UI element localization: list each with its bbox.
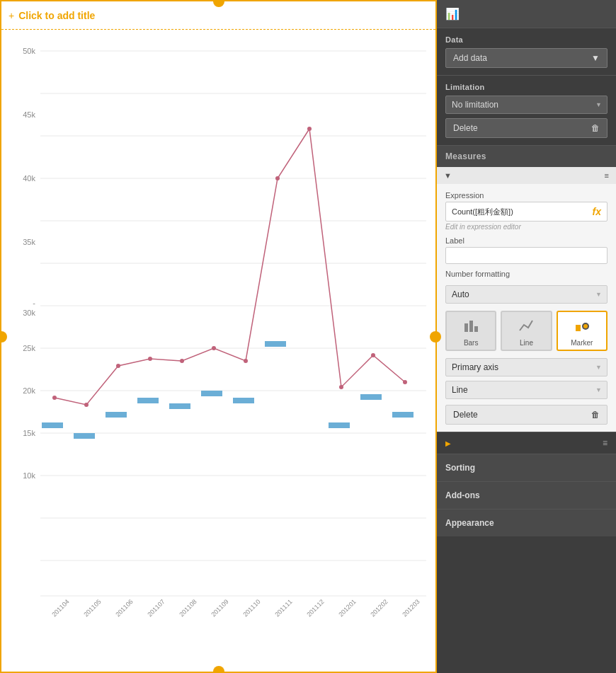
sorting-label: Sorting [445,463,475,473]
svg-text:45k: 45k [23,110,35,119]
svg-text:201108: 201108 [178,598,198,618]
second-collapse-bar[interactable]: ▶ ≡ [437,432,616,454]
delete-button-measure[interactable]: Delete 🗑 [445,405,608,425]
line-icon [518,318,534,337]
svg-rect-59 [464,323,468,332]
svg-point-49 [116,364,120,368]
delete-measure-label: Delete [453,410,478,420]
panel-header: 📊 [437,0,616,28]
marker-icon [574,318,590,337]
svg-text:15k: 15k [23,429,35,437]
measures-menu-icon: ≡ [605,171,609,180]
bars-icon [463,318,479,337]
add-data-label: Add data [453,53,487,63]
chart-container: + Click to add title 50k 45k 40k 35k - [0,0,437,673]
line-type-wrapper: Line [445,381,608,399]
chart-title[interactable]: Click to add title [18,10,95,21]
chart-type-bars-button[interactable]: Bars [445,311,496,351]
svg-text:50k: 50k [23,47,35,55]
measures-collapse-icon: ▼ [444,171,452,180]
bars-label: Bars [464,339,479,347]
chart-title-bar[interactable]: + Click to add title [1,1,435,30]
number-formatting-select[interactable]: Auto [445,285,608,304]
chart-type-line-button[interactable]: Line [501,311,552,351]
svg-text:201202: 201202 [369,598,389,618]
add-title-icon: + [8,10,14,21]
svg-rect-43 [265,341,286,347]
svg-point-51 [180,359,184,363]
limitation-select[interactable]: No limitation [445,96,608,114]
svg-rect-62 [576,325,581,331]
svg-text:35k: 35k [23,238,35,246]
data-section-label: Data [445,35,608,44]
expression-value: Count([粗利金額]) [452,207,513,217]
label-field-label: Label [445,236,608,245]
svg-rect-36 [42,422,63,428]
delete-button-data[interactable]: Delete 🗑 [445,118,608,138]
svg-text:201107: 201107 [146,598,166,618]
measures-header: Measures [437,146,616,167]
svg-text:25k: 25k [23,344,35,352]
primary-axis-select[interactable]: Primary axis [445,358,608,376]
delete-measure-icon: 🗑 [591,410,600,420]
svg-text:40k: 40k [23,174,35,183]
svg-point-50 [148,357,152,361]
svg-rect-42 [233,398,254,403]
svg-point-58 [403,380,407,384]
svg-rect-41 [201,391,222,396]
line-label: Line [520,339,533,347]
second-collapse-icon: ▶ [445,439,451,447]
svg-rect-40 [169,403,190,409]
svg-text:201104: 201104 [50,598,70,618]
line-type-select[interactable]: Line [445,381,608,399]
sorting-section[interactable]: Sorting [437,454,616,481]
measures-sub-header[interactable]: ▼ ≡ [437,167,616,184]
svg-point-64 [583,324,588,328]
label-input[interactable] [445,247,608,264]
svg-text:201106: 201106 [114,598,134,618]
right-panel: 📊 Data Add data ▼ Limitation No limitati… [437,0,616,673]
svg-text:-: - [33,299,35,307]
svg-text:20k: 20k [23,386,35,395]
measures-content: Expression Count([粗利金額]) fx Edit in expr… [437,184,616,432]
expression-label: Expression [445,191,608,200]
chart-type-row: Bars Line Marker [445,311,608,351]
svg-point-57 [371,353,375,357]
svg-rect-61 [474,326,478,332]
limitation-section: Limitation No limitation Delete 🗑 [437,76,616,146]
svg-rect-37 [74,433,95,439]
svg-text:201109: 201109 [210,598,229,618]
svg-point-53 [244,359,248,363]
appearance-section[interactable]: Appearance [437,509,616,536]
marker-label: Marker [571,339,593,347]
addons-label: Add-ons [445,490,480,500]
svg-text:201201: 201201 [337,598,357,618]
expression-box[interactable]: Count([粗利金額]) fx [445,202,608,222]
chart-properties-icon: 📊 [445,8,460,20]
svg-rect-39 [137,398,159,403]
svg-rect-45 [360,394,382,400]
number-formatting-wrapper: Auto [445,285,608,304]
edit-expression-link[interactable]: Edit in expression editor [445,223,608,231]
addons-section[interactable]: Add-ons [437,481,616,509]
primary-axis-wrapper: Primary axis [445,358,608,376]
appearance-label: Appearance [445,518,494,528]
add-data-arrow-icon: ▼ [591,53,600,63]
svg-point-48 [84,403,89,407]
svg-text:201112: 201112 [305,598,325,618]
svg-point-47 [52,396,57,400]
svg-text:201110: 201110 [241,598,261,618]
svg-text:201203: 201203 [401,598,421,618]
svg-text:30k: 30k [23,309,35,317]
chart-svg-area: 50k 45k 40k 35k - 30k 25k 20k 15k 10k 20… [1,30,435,672]
chart-type-marker-button[interactable]: Marker [557,311,608,351]
add-data-button[interactable]: Add data ▼ [445,48,608,68]
svg-point-52 [212,346,216,350]
svg-text:201105: 201105 [82,598,102,618]
fx-icon[interactable]: fx [593,206,601,217]
number-formatting-label: Number formatting [445,270,608,278]
svg-point-55 [307,127,312,131]
svg-text:10k: 10k [23,471,35,480]
second-menu-icon: ≡ [603,438,608,448]
limitation-label: Limitation [445,83,608,91]
